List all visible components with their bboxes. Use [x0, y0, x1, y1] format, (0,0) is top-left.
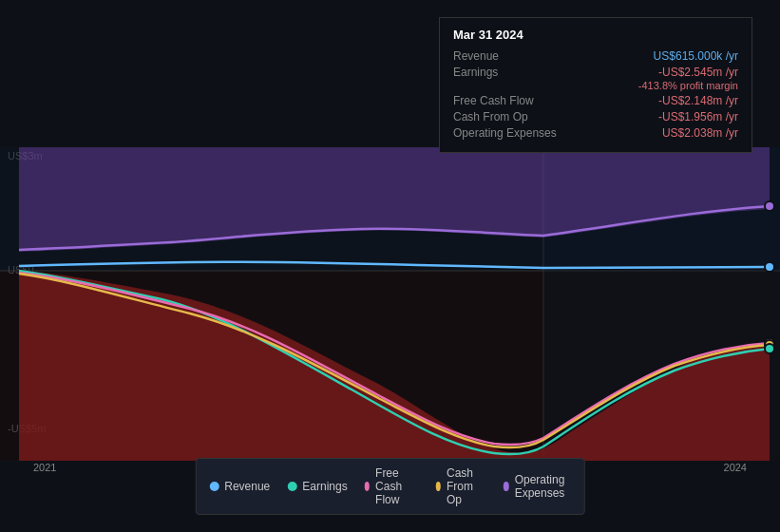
tooltip-row-fcf: Free Cash Flow -US$2.148m /yr — [453, 94, 738, 107]
tooltip-date: Mar 31 2024 — [453, 28, 738, 42]
tooltip-box: Mar 31 2024 Revenue US$615.000k /yr Earn… — [439, 17, 752, 153]
chart-container: Mar 31 2024 Revenue US$615.000k /yr Earn… — [0, 0, 780, 532]
chart-svg — [0, 147, 780, 461]
x-label-2024: 2024 — [724, 462, 747, 473]
legend-label-cashop: Cash From Op — [447, 466, 486, 506]
tooltip-label-cashop: Cash From Op — [453, 110, 558, 124]
svg-point-6 — [765, 262, 774, 272]
legend-dot-revenue — [209, 482, 219, 491]
legend-label-revenue: Revenue — [224, 480, 270, 493]
tooltip-row-revenue: Revenue US$615.000k /yr — [453, 49, 738, 63]
tooltip-label-revenue: Revenue — [453, 49, 558, 63]
legend-item-fcf: Free Cash Flow — [365, 466, 419, 506]
tooltip-value-fcf: -US$2.148m /yr — [658, 94, 738, 107]
svg-point-9 — [765, 344, 774, 353]
tooltip-label-earnings: Earnings — [453, 66, 558, 79]
tooltip-row-opex: Operating Expenses US$2.038m /yr — [453, 126, 738, 140]
legend-dot-opex — [504, 482, 508, 491]
tooltip-row-earnings: Earnings -US$2.545m /yr — [453, 66, 738, 79]
svg-point-5 — [765, 201, 774, 211]
tooltip-value-cashop: -US$1.956m /yr — [658, 110, 738, 124]
legend-item-earnings: Earnings — [287, 466, 347, 506]
legend-dot-cashop — [436, 482, 441, 491]
tooltip-value-revenue: US$615.000k /yr — [654, 49, 738, 63]
tooltip-row-cashop: Cash From Op -US$1.956m /yr — [453, 110, 738, 124]
legend-dot-earnings — [287, 482, 296, 491]
legend-label-opex: Operating Expenses — [515, 473, 571, 500]
legend-label-fcf: Free Cash Flow — [375, 466, 419, 506]
legend-item-revenue: Revenue — [209, 466, 270, 506]
tooltip-value-earnings: -US$2.545m /yr — [658, 66, 738, 79]
legend-label-earnings: Earnings — [302, 480, 347, 493]
legend-dot-fcf — [365, 482, 370, 491]
legend-item-opex: Operating Expenses — [504, 466, 571, 506]
tooltip-value-opex: US$2.038m /yr — [662, 126, 738, 140]
chart-legend: Revenue Earnings Free Cash Flow Cash Fro… — [195, 458, 585, 515]
tooltip-sub-earnings: -413.8% profit margin — [453, 80, 738, 91]
legend-item-cashop: Cash From Op — [436, 466, 487, 506]
tooltip-label-fcf: Free Cash Flow — [453, 94, 558, 107]
x-label-2021: 2021 — [33, 462, 56, 473]
tooltip-label-opex: Operating Expenses — [453, 126, 558, 140]
